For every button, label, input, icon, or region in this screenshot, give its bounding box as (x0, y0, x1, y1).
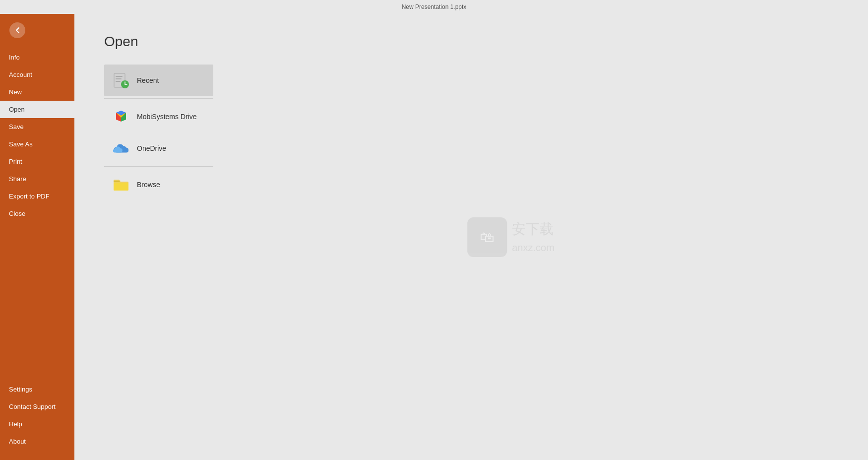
divider-2 (104, 166, 213, 167)
open-option-recent[interactable]: Recent (104, 65, 213, 96)
sidebar-item-close[interactable]: Close (0, 205, 74, 222)
sidebar-item-open[interactable]: Open (0, 101, 74, 118)
sidebar-item-print[interactable]: Print (0, 153, 74, 170)
sidebar-item-contact-support[interactable]: Contact Support (0, 398, 74, 415)
sidebar-item-export-pdf[interactable]: Export to PDF (0, 188, 74, 205)
open-option-onedrive[interactable]: OneDrive (104, 132, 213, 164)
onedrive-icon (112, 139, 130, 157)
sidebar-item-share[interactable]: Share (0, 170, 74, 188)
watermark: 🛍 安下载anxz.com (467, 217, 555, 257)
open-option-browse[interactable]: Browse (104, 169, 213, 200)
open-option-recent-label: Recent (137, 76, 159, 84)
sidebar-item-new[interactable]: New (0, 83, 74, 101)
sidebar-item-info[interactable]: Info (0, 49, 74, 66)
back-arrow-icon (9, 22, 25, 38)
sidebar: Info Account New Open Save Save As Print… (0, 14, 74, 460)
recent-icon (112, 71, 130, 89)
svg-rect-1 (116, 76, 123, 77)
document-title: New Presentation 1.pptx (402, 3, 467, 10)
sidebar-item-about[interactable]: About (0, 433, 74, 450)
sidebar-bottom: Settings Contact Support Help About (0, 381, 74, 460)
open-option-mobisystems-label: MobiSystems Drive (137, 113, 197, 121)
sidebar-item-help[interactable]: Help (0, 415, 74, 433)
back-button[interactable] (5, 18, 30, 43)
svg-rect-3 (116, 81, 121, 82)
sidebar-item-settings[interactable]: Settings (0, 381, 74, 398)
sidebar-item-save-as[interactable]: Save As (0, 135, 74, 153)
svg-rect-2 (116, 78, 122, 79)
open-options-list: Recent MobiSys (104, 65, 213, 200)
open-option-mobisystems[interactable]: MobiSystems Drive (104, 101, 213, 132)
content-wrapper: Open (74, 14, 868, 460)
sidebar-item-save[interactable]: Save (0, 118, 74, 135)
mobisystems-icon (112, 108, 130, 126)
page-title: Open (104, 34, 838, 50)
top-bar: New Presentation 1.pptx (0, 0, 868, 14)
sidebar-spacer (0, 222, 74, 381)
watermark-text: 安下载anxz.com (512, 220, 555, 255)
content-area: Open (74, 14, 868, 220)
sidebar-item-account[interactable]: Account (0, 66, 74, 83)
open-option-browse-label: Browse (137, 181, 160, 189)
divider-1 (104, 98, 213, 99)
sidebar-nav: Info Account New Open Save Save As Print… (0, 49, 74, 222)
watermark-bag-icon: 🛍 (467, 217, 507, 257)
open-option-onedrive-label: OneDrive (137, 144, 166, 152)
browse-folder-icon (112, 176, 130, 194)
main-layout: Info Account New Open Save Save As Print… (0, 14, 868, 460)
